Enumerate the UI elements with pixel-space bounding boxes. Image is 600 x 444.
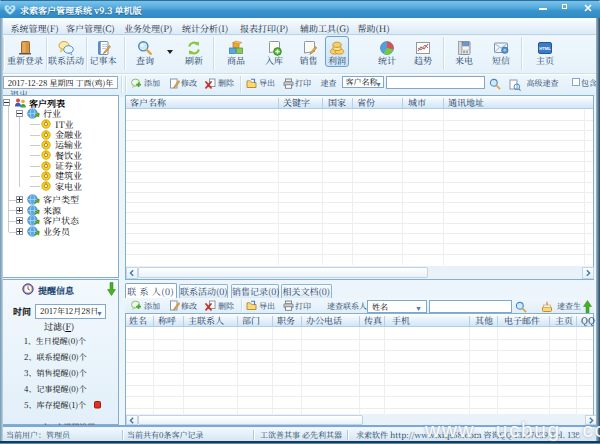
svg-text:HTML: HTML [539, 46, 551, 51]
